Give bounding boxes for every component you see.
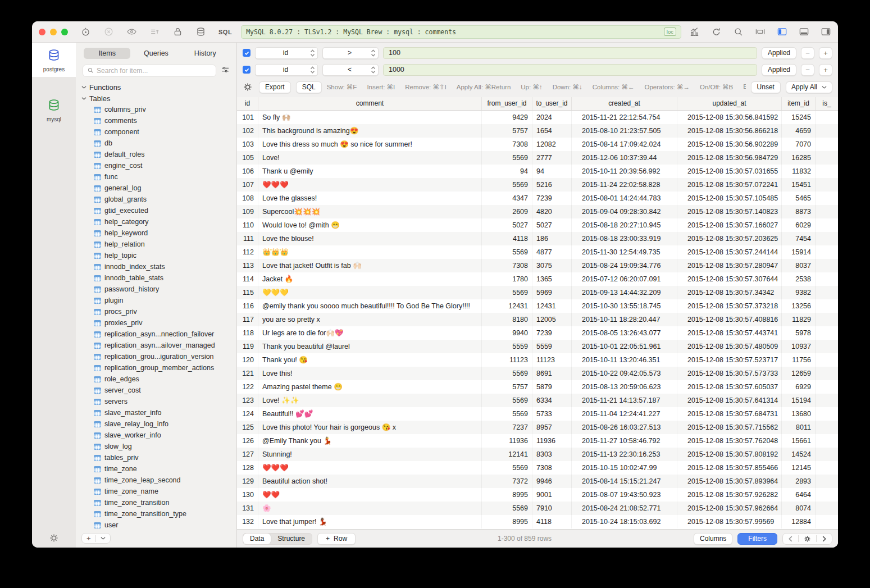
cell-id[interactable]: 108 [237,192,258,205]
cell-id[interactable]: 129 [237,475,258,488]
cell-from_user_id[interactable]: 7308 [482,259,532,272]
table-row[interactable]: 106Thank u @emily94942015-10-11 20:39:56… [237,165,838,178]
cell-comment[interactable]: Love the blouse! [258,232,482,245]
sidebar-table-item[interactable]: user [81,519,236,531]
connection-postgres[interactable]: postgres [32,43,76,77]
cell-comment[interactable]: Love the glasses! [258,192,482,205]
cell-created_at[interactable]: 2015-10-15 10:02:47.99 [572,461,677,475]
cell-from_user_id[interactable]: 5569 [482,461,532,475]
sidebar-table-item[interactable]: proxies_priv [81,317,236,329]
cell-to_user_id[interactable]: 8957 [532,421,572,434]
cell-from_user_id[interactable]: 5027 [482,218,532,232]
search-icon[interactable] [733,26,744,37]
cell-id[interactable]: 113 [237,259,258,272]
commit-changes-icon[interactable] [149,26,160,37]
cell-to_user_id[interactable]: 8303 [532,448,572,461]
sidebar-table-item[interactable]: help_relation [81,239,236,250]
cell-is_[interactable] [816,138,838,151]
cell-updated_at[interactable]: 2015-12-08 15:30:57.34342 [677,286,782,299]
sidebar-table-item[interactable]: innodb_table_stats [81,272,236,284]
cell-comment[interactable]: Thank you! 😘 [258,353,482,367]
cell-from_user_id[interactable]: 5569 [482,367,532,380]
filter-applied-button[interactable]: Applied [762,64,796,76]
sidebar-table-item[interactable]: server_cost [81,385,236,396]
cell-from_user_id[interactable]: 12431 [482,299,532,313]
sidebar-table-item[interactable]: func [81,171,236,183]
table-row[interactable]: 119Thank you beautiful @laurel5559555920… [237,340,838,353]
cell-to_user_id[interactable]: 5216 [532,178,572,192]
cell-id[interactable]: 120 [237,353,258,367]
cell-updated_at[interactable]: 2015-12-08 15:30:56.902289 [677,138,782,151]
settings-gear-icon[interactable] [49,533,59,543]
cell-updated_at[interactable]: 2015-12-08 15:30:57.808192 [677,448,782,461]
cell-from_user_id[interactable]: 8995 [482,488,532,502]
cell-to_user_id[interactable]: 7308 [532,461,572,475]
table-row[interactable]: 108Love the glasses!434772392015-08-01 1… [237,192,838,205]
cell-is_[interactable] [816,313,838,326]
cell-from_user_id[interactable]: 5559 [482,340,532,353]
add-item-dropdown[interactable] [96,534,110,543]
connection-mysql[interactable]: mysql [32,93,76,127]
cell-to_user_id[interactable]: 1365 [532,272,572,286]
cell-id[interactable]: 101 [237,111,258,124]
next-page-button[interactable] [817,534,832,544]
cell-is_[interactable] [816,502,838,515]
sidebar-table-item[interactable]: replication_group_member_actions [81,362,236,373]
cell-is_[interactable] [816,124,838,138]
cell-from_user_id[interactable]: 11123 [482,353,532,367]
sidebar-table-item[interactable]: columns_priv [81,104,236,115]
cell-item_id[interactable]: 10937 [782,340,816,353]
viewport-icon[interactable] [755,26,766,37]
cell-updated_at[interactable]: 2015-12-08 15:30:57.962664 [677,502,782,515]
cell-is_[interactable] [816,259,838,272]
cell-created_at[interactable]: 2015-11-30 12:54:49.735 [572,245,677,259]
sidebar-table-item[interactable]: general_log [81,183,236,194]
cell-updated_at[interactable]: 2015-12-08 15:30:57.605037 [677,380,782,394]
cell-comment[interactable]: So fly 🙌🏼 [258,111,482,124]
cell-id[interactable]: 118 [237,326,258,340]
cell-updated_at[interactable]: 2015-12-08 15:30:57.573733 [677,367,782,380]
cell-item_id[interactable]: 6464 [782,488,816,502]
cell-id[interactable]: 111 [237,232,258,245]
cell-comment[interactable]: Love! ✨✨ [258,394,482,407]
filter-column-select[interactable]: id [255,64,318,76]
table-row[interactable]: 111Love the blouse!41181862015-08-18 23:… [237,232,838,245]
cell-item_id[interactable]: 12884 [782,515,816,528]
cell-id[interactable]: 114 [237,272,258,286]
cell-created_at[interactable]: 2015-08-07 19:43:50.923 [572,488,677,502]
table-row[interactable]: 101So fly 🙌🏼942920242015-11-21 22:12:54.… [237,111,838,124]
cell-to_user_id[interactable]: 12082 [532,138,572,151]
cell-is_[interactable] [816,326,838,340]
cell-item_id[interactable]: 8873 [782,205,816,218]
table-row[interactable]: 124Beautiful!! 💕💕556957332015-11-04 12:2… [237,407,838,421]
cell-from_user_id[interactable]: 7308 [482,138,532,151]
table-row[interactable]: 122Amazing pastel theme 😁575758792015-08… [237,380,838,394]
cell-comment[interactable]: Love this dress so much 😍 so nice for su… [258,138,482,151]
cell-to_user_id[interactable]: 4820 [532,205,572,218]
cell-created_at[interactable]: 2015-10-11 18:28:20.447 [572,313,677,326]
cell-created_at[interactable]: 2015-11-04 12:24:41.227 [572,407,677,421]
minimize-window-button[interactable] [50,29,57,35]
preview-eye-icon[interactable] [126,26,137,37]
cell-is_[interactable] [816,192,838,205]
cell-item_id[interactable]: 11832 [782,165,816,178]
cell-to_user_id[interactable]: 5733 [532,407,572,421]
cell-to_user_id[interactable]: 186 [532,232,572,245]
cell-comment[interactable]: Love that jacket! Outfit is fab 🙌🏻 [258,259,482,272]
cell-from_user_id[interactable]: 5757 [482,124,532,138]
cell-from_user_id[interactable]: 5569 [482,151,532,165]
add-row-button[interactable]: + Row [317,533,356,545]
cell-created_at[interactable]: 2015-10-11 20:39:56.992 [572,165,677,178]
columns-button[interactable]: Columns [694,533,732,545]
cell-to_user_id[interactable]: 4877 [532,245,572,259]
sidebar-table-item[interactable]: replication_asyn...ailover_managed [81,340,236,351]
cell-updated_at[interactable]: 2015-12-08 15:30:57.203625 [677,232,782,245]
sidebar-table-item[interactable]: password_history [81,284,236,295]
cell-item_id[interactable]: 16285 [782,151,816,165]
cell-created_at[interactable]: 2015-11-21 22:12:54.754 [572,111,677,124]
toggle-bottom-panel-icon[interactable] [799,26,809,37]
cell-is_[interactable] [816,340,838,353]
cell-updated_at[interactable]: 2015-12-08 15:30:57.140823 [677,205,782,218]
table-row[interactable]: 125Love this photo! Your hair is gorgeou… [237,421,838,434]
cell-to_user_id[interactable]: 9946 [532,475,572,488]
